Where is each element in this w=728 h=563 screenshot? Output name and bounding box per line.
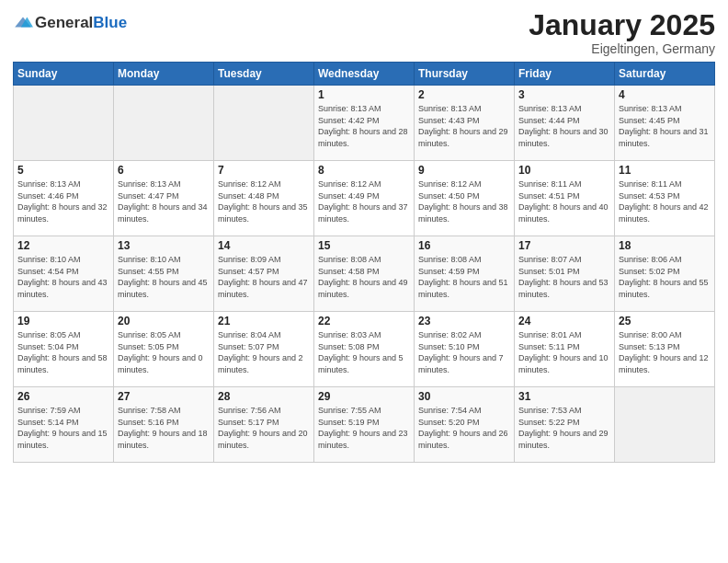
calendar-week-row: 1Sunrise: 8:13 AM Sunset: 4:42 PM Daylig…	[14, 86, 715, 161]
day-number: 22	[318, 315, 410, 327]
calendar-week-row: 5Sunrise: 8:13 AM Sunset: 4:46 PM Daylig…	[14, 161, 715, 236]
day-info: Sunrise: 8:08 AM Sunset: 4:59 PM Dayligh…	[418, 254, 510, 300]
day-number: 23	[418, 315, 510, 327]
day-info: Sunrise: 8:13 AM Sunset: 4:42 PM Dayligh…	[318, 103, 410, 149]
calendar-cell: 22Sunrise: 8:03 AM Sunset: 5:08 PM Dayli…	[314, 312, 415, 387]
calendar-cell: 16Sunrise: 8:08 AM Sunset: 4:59 PM Dayli…	[415, 236, 515, 312]
calendar-cell: 14Sunrise: 8:09 AM Sunset: 4:57 PM Dayli…	[214, 236, 314, 312]
calendar-body: 1Sunrise: 8:13 AM Sunset: 4:42 PM Daylig…	[14, 86, 715, 463]
calendar-table: SundayMondayTuesdayWednesdayThursdayFrid…	[13, 62, 715, 463]
calendar-cell	[114, 86, 214, 161]
day-info: Sunrise: 8:05 AM Sunset: 5:04 PM Dayligh…	[17, 329, 109, 375]
calendar-cell: 6Sunrise: 8:13 AM Sunset: 4:47 PM Daylig…	[114, 161, 214, 236]
calendar-cell: 5Sunrise: 8:13 AM Sunset: 4:46 PM Daylig…	[14, 161, 114, 236]
day-number: 28	[218, 390, 310, 403]
calendar-cell: 29Sunrise: 7:55 AM Sunset: 5:19 PM Dayli…	[314, 387, 415, 463]
calendar-cell: 24Sunrise: 8:01 AM Sunset: 5:11 PM Dayli…	[515, 312, 615, 387]
day-number: 26	[17, 390, 109, 403]
day-info: Sunrise: 8:00 AM Sunset: 5:13 PM Dayligh…	[619, 329, 711, 375]
calendar-cell: 12Sunrise: 8:10 AM Sunset: 4:54 PM Dayli…	[14, 236, 114, 312]
day-number: 17	[518, 239, 610, 252]
calendar-cell: 17Sunrise: 8:07 AM Sunset: 5:01 PM Dayli…	[515, 236, 615, 312]
header-row: SundayMondayTuesdayWednesdayThursdayFrid…	[14, 63, 715, 86]
day-number: 21	[218, 315, 310, 327]
day-info: Sunrise: 7:59 AM Sunset: 5:14 PM Dayligh…	[17, 405, 109, 451]
calendar-cell: 20Sunrise: 8:05 AM Sunset: 5:05 PM Dayli…	[114, 312, 214, 387]
day-info: Sunrise: 8:07 AM Sunset: 5:01 PM Dayligh…	[518, 254, 610, 300]
day-info: Sunrise: 8:03 AM Sunset: 5:08 PM Dayligh…	[318, 329, 410, 375]
day-number: 24	[518, 315, 610, 327]
day-of-week-header: Thursday	[415, 63, 515, 86]
day-info: Sunrise: 8:10 AM Sunset: 4:54 PM Dayligh…	[17, 254, 109, 300]
calendar-cell: 13Sunrise: 8:10 AM Sunset: 4:55 PM Dayli…	[114, 236, 214, 312]
day-info: Sunrise: 8:13 AM Sunset: 4:43 PM Dayligh…	[418, 103, 510, 149]
day-number: 18	[619, 239, 711, 252]
day-info: Sunrise: 8:12 AM Sunset: 4:48 PM Dayligh…	[218, 178, 310, 224]
calendar-cell	[214, 86, 314, 161]
calendar-cell: 27Sunrise: 7:58 AM Sunset: 5:16 PM Dayli…	[114, 387, 214, 463]
day-number: 25	[619, 315, 711, 327]
day-number: 8	[318, 164, 410, 177]
calendar-cell: 18Sunrise: 8:06 AM Sunset: 5:02 PM Dayli…	[615, 236, 715, 312]
calendar-cell: 23Sunrise: 8:02 AM Sunset: 5:10 PM Dayli…	[415, 312, 515, 387]
day-number: 31	[518, 390, 610, 403]
day-of-week-header: Friday	[515, 63, 615, 86]
subtitle: Eigeltingen, Germany	[529, 41, 715, 56]
day-number: 19	[17, 315, 109, 327]
day-number: 5	[17, 164, 109, 177]
day-number: 27	[118, 390, 210, 403]
day-number: 4	[619, 88, 711, 101]
day-number: 6	[118, 164, 210, 177]
day-info: Sunrise: 8:13 AM Sunset: 4:45 PM Dayligh…	[619, 103, 711, 149]
day-number: 1	[318, 88, 410, 101]
day-of-week-header: Monday	[114, 63, 214, 86]
day-number: 10	[518, 164, 610, 177]
calendar-header: SundayMondayTuesdayWednesdayThursdayFrid…	[14, 63, 715, 86]
day-of-week-header: Sunday	[14, 63, 114, 86]
calendar-week-row: 26Sunrise: 7:59 AM Sunset: 5:14 PM Dayli…	[14, 387, 715, 463]
day-number: 9	[418, 164, 510, 177]
day-info: Sunrise: 8:01 AM Sunset: 5:11 PM Dayligh…	[518, 329, 610, 375]
day-number: 14	[218, 239, 310, 252]
calendar-cell: 1Sunrise: 8:13 AM Sunset: 4:42 PM Daylig…	[314, 86, 415, 161]
day-info: Sunrise: 8:08 AM Sunset: 4:58 PM Dayligh…	[318, 254, 410, 300]
calendar-cell: 3Sunrise: 8:13 AM Sunset: 4:44 PM Daylig…	[515, 86, 615, 161]
calendar-page: GeneralBlue January 2025 Eigeltingen, Ge…	[0, 0, 728, 563]
day-info: Sunrise: 7:54 AM Sunset: 5:20 PM Dayligh…	[418, 405, 510, 451]
day-info: Sunrise: 7:58 AM Sunset: 5:16 PM Dayligh…	[118, 405, 210, 451]
logo-icon	[13, 13, 33, 33]
day-number: 2	[418, 88, 510, 101]
day-number: 13	[118, 239, 210, 252]
main-title: January 2025	[529, 9, 715, 41]
day-of-week-header: Tuesday	[214, 63, 314, 86]
calendar-cell: 10Sunrise: 8:11 AM Sunset: 4:51 PM Dayli…	[515, 161, 615, 236]
day-info: Sunrise: 7:53 AM Sunset: 5:22 PM Dayligh…	[518, 405, 610, 451]
calendar-week-row: 12Sunrise: 8:10 AM Sunset: 4:54 PM Dayli…	[14, 236, 715, 312]
calendar-cell: 21Sunrise: 8:04 AM Sunset: 5:07 PM Dayli…	[214, 312, 314, 387]
day-of-week-header: Wednesday	[314, 63, 415, 86]
calendar-cell: 15Sunrise: 8:08 AM Sunset: 4:58 PM Dayli…	[314, 236, 415, 312]
calendar-cell: 26Sunrise: 7:59 AM Sunset: 5:14 PM Dayli…	[14, 387, 114, 463]
header: GeneralBlue January 2025 Eigeltingen, Ge…	[13, 9, 715, 56]
day-info: Sunrise: 8:06 AM Sunset: 5:02 PM Dayligh…	[619, 254, 711, 300]
day-info: Sunrise: 8:12 AM Sunset: 4:49 PM Dayligh…	[318, 178, 410, 224]
day-info: Sunrise: 8:11 AM Sunset: 4:51 PM Dayligh…	[518, 178, 610, 224]
day-info: Sunrise: 8:02 AM Sunset: 5:10 PM Dayligh…	[418, 329, 510, 375]
day-info: Sunrise: 8:09 AM Sunset: 4:57 PM Dayligh…	[218, 254, 310, 300]
calendar-cell: 8Sunrise: 8:12 AM Sunset: 4:49 PM Daylig…	[314, 161, 415, 236]
day-info: Sunrise: 8:13 AM Sunset: 4:46 PM Dayligh…	[17, 178, 109, 224]
calendar-week-row: 19Sunrise: 8:05 AM Sunset: 5:04 PM Dayli…	[14, 312, 715, 387]
calendar-cell: 28Sunrise: 7:56 AM Sunset: 5:17 PM Dayli…	[214, 387, 314, 463]
day-number: 20	[118, 315, 210, 327]
calendar-cell: 4Sunrise: 8:13 AM Sunset: 4:45 PM Daylig…	[615, 86, 715, 161]
day-info: Sunrise: 8:04 AM Sunset: 5:07 PM Dayligh…	[218, 329, 310, 375]
calendar-cell: 31Sunrise: 7:53 AM Sunset: 5:22 PM Dayli…	[515, 387, 615, 463]
day-info: Sunrise: 7:55 AM Sunset: 5:19 PM Dayligh…	[318, 405, 410, 451]
day-info: Sunrise: 8:13 AM Sunset: 4:44 PM Dayligh…	[518, 103, 610, 149]
day-number: 15	[318, 239, 410, 252]
day-info: Sunrise: 8:10 AM Sunset: 4:55 PM Dayligh…	[118, 254, 210, 300]
day-number: 7	[218, 164, 310, 177]
day-number: 29	[318, 390, 410, 403]
day-number: 12	[17, 239, 109, 252]
day-number: 16	[418, 239, 510, 252]
